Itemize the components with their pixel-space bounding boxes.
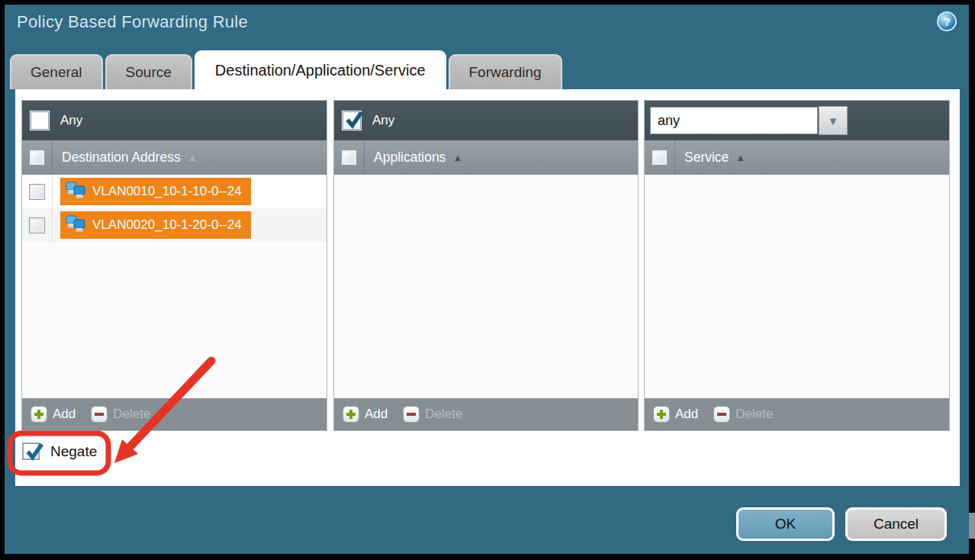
negate-checkbox[interactable] (22, 443, 40, 460)
applications-any-checkbox[interactable] (343, 111, 361, 130)
delete-button[interactable]: Delete (713, 406, 773, 423)
table-row[interactable]: VLAN0020_10-1-20-0--24 (22, 208, 327, 242)
dialog-title: Policy Based Forwarding Rule (17, 12, 248, 32)
destination-selectall-checkbox[interactable] (29, 150, 45, 166)
row-checkbox[interactable] (29, 184, 45, 200)
destination-list: VLAN0010_10-1-10-0--24 (22, 175, 327, 398)
negate-row: Negate (22, 443, 97, 460)
tab-general[interactable]: General (10, 54, 103, 89)
applications-any-label: Any (372, 113, 394, 128)
applications-footer: Add Delete (334, 398, 638, 430)
address-object-chip[interactable]: VLAN0010_10-1-10-0--24 (60, 178, 251, 205)
help-icon[interactable]: ? (937, 11, 957, 31)
service-panel: any ▼ Service ▲ Add Delete (644, 100, 950, 431)
window-edge-artifact (969, 513, 975, 539)
service-footer: Add Delete (645, 398, 949, 430)
destination-any-bar: Any (22, 101, 327, 140)
network-nodes-icon (66, 182, 85, 202)
add-button[interactable]: Add (343, 406, 388, 423)
table-row[interactable]: VLAN0010_10-1-10-0--24 (22, 175, 327, 208)
add-icon (31, 406, 47, 423)
service-list (645, 175, 949, 398)
sort-asc-icon: ▲ (735, 153, 745, 163)
sort-asc-icon: ▲ (452, 153, 462, 163)
applications-panel: Any Applications ▲ Add Delete (333, 100, 639, 431)
chevron-down-icon[interactable]: ▼ (819, 106, 848, 135)
applications-selectall-checkbox[interactable] (341, 150, 357, 166)
network-nodes-icon (66, 215, 85, 236)
destination-footer: Add Delete (22, 398, 327, 430)
screen: Policy Based Forwarding Rule ? General S… (0, 0, 975, 560)
delete-button[interactable]: Delete (91, 406, 150, 423)
delete-icon (91, 406, 108, 423)
negate-label: Negate (50, 443, 97, 460)
add-button[interactable]: Add (653, 406, 698, 423)
add-icon (653, 406, 670, 423)
tab-bar: General Source Destination/Application/S… (10, 50, 562, 89)
tab-forwarding[interactable]: Forwarding (449, 54, 562, 89)
destination-any-label: Any (60, 113, 82, 128)
add-button[interactable]: Add (31, 406, 76, 423)
delete-button[interactable]: Delete (403, 406, 462, 423)
address-object-chip[interactable]: VLAN0020_10-1-20-0--24 (60, 211, 251, 239)
tab-destination-application-service[interactable]: Destination/Application/Service (195, 50, 446, 89)
service-column-header: Service ▲ (645, 140, 949, 175)
cancel-button[interactable]: Cancel (845, 507, 947, 541)
tab-source[interactable]: Source (105, 54, 192, 89)
applications-any-bar: Any (334, 101, 638, 140)
destination-header-label[interactable]: Destination Address ▲ (53, 150, 198, 166)
address-object-label: VLAN0020_10-1-20-0--24 (92, 217, 242, 233)
sort-asc-icon: ▲ (188, 153, 198, 163)
address-object-label: VLAN0010_10-1-10-0--24 (92, 184, 242, 199)
applications-list (334, 175, 638, 398)
destination-address-panel: Any Destination Address ▲ (21, 100, 327, 431)
delete-icon (403, 406, 420, 423)
delete-icon (713, 406, 730, 423)
service-selectall-checkbox[interactable] (652, 150, 668, 166)
service-dropdown[interactable]: any ▼ (650, 107, 848, 134)
destination-column-header: Destination Address ▲ (22, 140, 327, 175)
destination-any-checkbox[interactable] (31, 111, 49, 130)
row-checkbox[interactable] (29, 217, 45, 233)
applications-column-header: Applications ▲ (334, 140, 638, 175)
service-dropdown-bar: any ▼ (645, 101, 949, 140)
service-header-label[interactable]: Service ▲ (675, 150, 745, 166)
add-icon (343, 406, 359, 423)
service-dropdown-value[interactable]: any (650, 107, 818, 134)
ok-button[interactable]: OK (736, 507, 835, 541)
applications-header-label[interactable]: Applications ▲ (365, 150, 462, 166)
